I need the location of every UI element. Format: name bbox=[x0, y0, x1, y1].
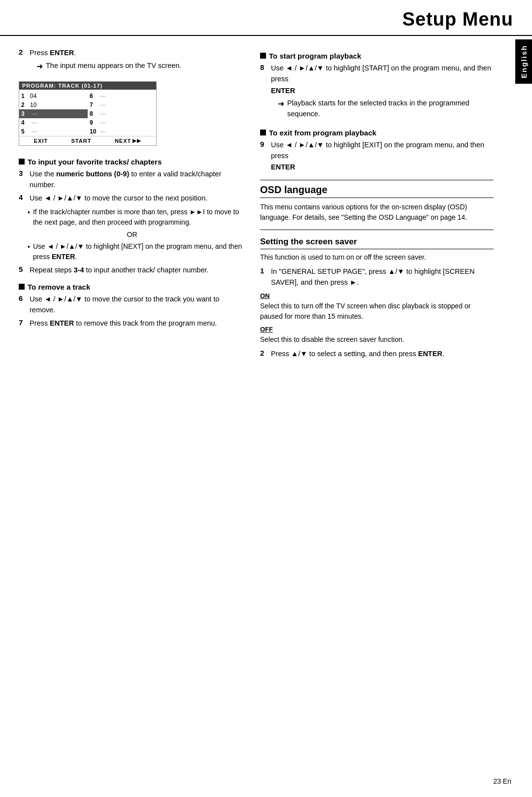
bullet-1-text: If the track/chapter number is more than… bbox=[33, 207, 245, 228]
prog-row-2: 2 10 bbox=[19, 100, 88, 109]
prog-num-2: 2 bbox=[21, 101, 29, 108]
screen-saver-step-1-text: In "GENERAL SETUP PAGE", press ▲/▼ to hi… bbox=[271, 267, 474, 286]
step-5-post: to input another track/ chapter number. bbox=[84, 266, 208, 274]
bullet-2-text: Use ◄ / ►/▲/▼ to highlight [NEXT] on the… bbox=[33, 241, 245, 262]
dot-icon-2: • bbox=[28, 242, 30, 252]
step-4: 4 Use ◄ / ►/▲/▼ to move the cursor to th… bbox=[19, 193, 245, 204]
prog-val-3: — bbox=[29, 110, 39, 117]
step-5-num: 5 bbox=[19, 265, 26, 273]
bullet-icon-start bbox=[260, 53, 266, 59]
step-8-arrow: ➜ Playback starts for the selected track… bbox=[278, 98, 494, 120]
page-title: Setup Menu bbox=[0, 9, 513, 30]
prog-val-6: — bbox=[98, 93, 107, 100]
step-7-post: to remove this track from the program me… bbox=[74, 319, 217, 327]
prog-num-6: 6 bbox=[90, 93, 98, 100]
step-2: 2 Press ENTER. ➜ The input menu appears … bbox=[19, 48, 245, 74]
main-content: 2 Press ENTER. ➜ The input menu appears … bbox=[0, 36, 532, 372]
prog-num-8: 8 bbox=[90, 110, 98, 117]
prog-row-4: 4 — bbox=[19, 118, 88, 127]
step-7-bold: ENTER bbox=[50, 319, 74, 327]
step-8: 8 Use ◄ / ►/▲/▼ to highlight [START] on … bbox=[260, 63, 494, 122]
step-8-enter: ENTER bbox=[271, 86, 494, 97]
bullet-2-enter: ENTER bbox=[52, 253, 75, 261]
on-label: ON bbox=[260, 292, 494, 299]
step-3-text-pre: Use the bbox=[30, 170, 56, 178]
section-exit-label: To exit from program playback bbox=[269, 129, 376, 137]
footer-next: NEXT ▶▶ bbox=[115, 138, 141, 144]
section-remove-heading: To remove a track bbox=[19, 283, 245, 291]
off-label: OFF bbox=[260, 326, 494, 333]
arrow-icon-start: ➜ bbox=[278, 98, 284, 110]
prog-val-2: 10 bbox=[29, 101, 44, 108]
program-table-body: 1 04 2 10 3 — 4 — bbox=[19, 90, 156, 136]
divider-osd bbox=[260, 180, 494, 180]
step-6: 6 Use ◄ / ►/▲/▼ to move the cursor to th… bbox=[19, 294, 245, 316]
step-5-bold: 3-4 bbox=[73, 266, 84, 274]
prog-val-7: — bbox=[98, 101, 107, 108]
step-9-num: 9 bbox=[260, 140, 267, 148]
page-number: 23 En bbox=[493, 777, 511, 785]
page-title-bar: Setup Menu bbox=[0, 0, 532, 36]
prog-row-7: 7 — bbox=[88, 100, 156, 109]
step-4-num: 4 bbox=[19, 193, 26, 201]
program-table-footer: EXIT START NEXT ▶▶ bbox=[19, 136, 156, 145]
divider-screensaver bbox=[260, 230, 494, 230]
prog-val-10: — bbox=[98, 128, 107, 135]
prog-row-10: 10 — bbox=[88, 127, 156, 136]
bullet-icon-remove bbox=[19, 284, 25, 290]
step-2-press: Press bbox=[30, 49, 50, 57]
step-8-text: Use ◄ / ►/▲/▼ to highlight [START] on th… bbox=[271, 64, 491, 83]
bullet-icon-input bbox=[19, 159, 25, 165]
step-3-content: Use the numeric buttons (0-9) to enter a… bbox=[30, 169, 245, 191]
prog-row-3: 3 — bbox=[19, 109, 88, 118]
or-separator: OR bbox=[19, 231, 245, 238]
right-column: To start program playback 8 Use ◄ / ►/▲/… bbox=[260, 45, 513, 362]
dot-icon-1: • bbox=[28, 207, 30, 218]
prog-num-5: 5 bbox=[21, 128, 29, 135]
language-side-tab: English bbox=[515, 39, 532, 84]
program-col-1: 1 04 2 10 3 — 4 — bbox=[19, 92, 88, 136]
prog-row-9: 9 — bbox=[88, 118, 156, 127]
screen-saver-step-2: 2 Press ▲/▼ to select a setting, and the… bbox=[260, 349, 494, 360]
step-8-num: 8 bbox=[260, 63, 267, 71]
off-text: Select this to disable the screen saver … bbox=[260, 334, 494, 345]
bullet-icon-exit bbox=[260, 130, 266, 135]
on-text: Select this to turn off the TV screen wh… bbox=[260, 301, 494, 322]
screen-saver-step-2-num: 2 bbox=[260, 349, 267, 357]
bullet-2-post: . bbox=[75, 253, 77, 261]
step-9-content: Use ◄ / ►/▲/▼ to highlight [EXIT] on the… bbox=[271, 140, 494, 173]
step-8-content: Use ◄ / ►/▲/▼ to highlight [START] on th… bbox=[271, 63, 494, 122]
prog-row-5: 5 — bbox=[19, 127, 88, 136]
step-3-num: 3 bbox=[19, 169, 26, 177]
step-6-content: Use ◄ / ►/▲/▼ to move the cursor to the … bbox=[30, 294, 245, 316]
osd-text: This menu contains various options for t… bbox=[260, 202, 494, 223]
step-2-dot: . bbox=[74, 49, 76, 57]
section-start-label: To start program playback bbox=[269, 52, 361, 60]
prog-num-9: 9 bbox=[90, 119, 98, 126]
step-5-content: Repeat steps 3-4 to input another track/… bbox=[30, 265, 245, 276]
prog-val-5: — bbox=[29, 128, 39, 135]
prog-val-8: — bbox=[98, 110, 107, 117]
program-track-table: PROGRAM: TRACK (01-17) 1 04 2 10 3 — bbox=[19, 81, 157, 146]
step-3: 3 Use the numeric buttons (0-9) to enter… bbox=[19, 169, 245, 191]
bullet-1: • If the track/chapter number is more th… bbox=[28, 207, 245, 228]
step-7-num: 7 bbox=[19, 318, 26, 327]
section-exit-heading: To exit from program playback bbox=[260, 129, 494, 137]
step-6-text: Use ◄ / ►/▲/▼ to move the cursor to the … bbox=[30, 295, 219, 314]
step-2-enter: ENTER bbox=[50, 49, 74, 57]
step-7-pre: Press bbox=[30, 319, 50, 327]
program-col-2: 6 — 7 — 8 — 9 — bbox=[88, 92, 156, 136]
prog-row-8: 8 — bbox=[88, 109, 156, 118]
step-7: 7 Press ENTER to remove this track from … bbox=[19, 318, 245, 329]
step-8-arrow-text: Playback starts for the selected tracks … bbox=[287, 98, 494, 120]
section-input-heading: To input your favorite tracks/ chapters bbox=[19, 158, 245, 166]
screen-saver-step-2-post: . bbox=[442, 350, 444, 358]
prog-val-9: — bbox=[98, 119, 107, 126]
step-9: 9 Use ◄ / ►/▲/▼ to highlight [EXIT] on t… bbox=[260, 140, 494, 173]
step-2-arrow: ➜ The input menu appears on the TV scree… bbox=[36, 61, 245, 72]
step-5-pre: Repeat steps bbox=[30, 266, 73, 274]
step-7-content: Press ENTER to remove this track from th… bbox=[30, 318, 245, 329]
prog-num-7: 7 bbox=[90, 101, 98, 108]
step-2-num: 2 bbox=[19, 48, 26, 56]
prog-val-4: — bbox=[29, 119, 39, 126]
